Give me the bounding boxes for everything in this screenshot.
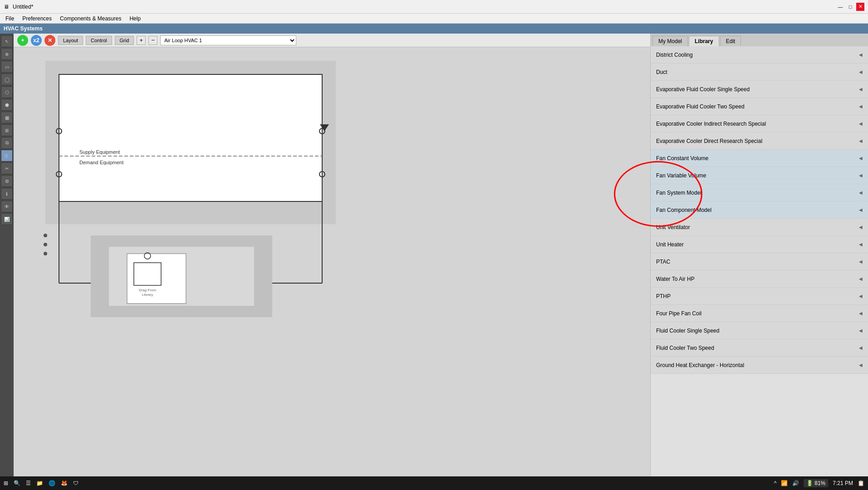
library-item-evap-fluid-single[interactable]: Evaporative Fluid Cooler Single Speed ◀ — [651, 81, 868, 98]
library-item-label: Fan System Model — [656, 190, 701, 196]
notification-btn[interactable]: 📋 — [858, 480, 864, 486]
svg-point-24 — [44, 234, 47, 237]
library-item-unit-heater[interactable]: Unit Heater ◀ — [651, 236, 868, 253]
app-title: Untitled* — [13, 4, 33, 10]
chevron-right-icon: ◀ — [859, 345, 863, 350]
title-bar: 🖥 Untitled* — □ ✕ — [0, 0, 868, 14]
library-item-fluid-cooler-two[interactable]: Fluid Cooler Two Speed ◀ — [651, 339, 868, 357]
library-item-unit-ventilator[interactable]: Unit Ventilator ◀ — [651, 219, 868, 236]
library-item-evap-fluid-two[interactable]: Evaporative Fluid Cooler Two Speed ◀ — [651, 98, 868, 115]
tool-network[interactable]: ⊕ — [1, 48, 13, 60]
menu-bar: File Preferences Components & Measures H… — [0, 14, 868, 24]
control-btn[interactable]: Control — [86, 36, 112, 45]
library-item-duct[interactable]: Duct ◀ — [651, 64, 868, 81]
library-item-label: Fluid Cooler Single Speed — [656, 328, 719, 334]
library-item-evap-direct[interactable]: Evaporative Cooler Direct Research Speci… — [651, 132, 868, 150]
tool-cube[interactable]: ⬡ — [1, 86, 13, 98]
library-item-label: Evaporative Fluid Cooler Two Speed — [656, 103, 745, 110]
tool-layer[interactable]: ⧉ — [1, 137, 13, 149]
system-tray-arrow[interactable]: ^ — [774, 480, 777, 486]
library-item-label: Duct — [656, 69, 667, 75]
tool-rect[interactable]: ▭ — [1, 61, 13, 73]
taskbar-icon-search[interactable]: 🔍 — [14, 480, 20, 486]
tab-library[interactable]: Library — [689, 36, 719, 46]
tool-circle[interactable]: ◯ — [1, 74, 13, 85]
library-item-district-cooling[interactable]: District Cooling ◀ — [651, 46, 868, 64]
tool-hvac[interactable]: ⛒ — [1, 150, 13, 162]
menu-components[interactable]: Components & Measures — [56, 15, 125, 23]
library-item-fan-variable[interactable]: Fan Variable Volume ◀ — [651, 167, 868, 184]
battery-indicator: 🔋 81% — [804, 479, 828, 487]
library-item-fluid-cooler-single[interactable]: Fluid Cooler Single Speed ◀ — [651, 322, 868, 339]
chevron-right-icon: ◀ — [859, 242, 863, 247]
library-item-label: Evaporative Cooler Direct Research Speci… — [656, 138, 762, 144]
chevron-right-icon: ◀ — [859, 294, 863, 299]
chevron-right-icon: ◀ — [859, 363, 863, 368]
library-item-ptac[interactable]: PTAC ◀ — [651, 253, 868, 270]
tool-chart[interactable]: 📊 — [1, 213, 13, 225]
tool-eye[interactable]: 👁 — [1, 201, 13, 212]
menu-file[interactable]: File — [2, 15, 18, 23]
taskbar-icon-firefox[interactable]: 🦊 — [61, 480, 68, 486]
library-item-evap-indirect[interactable]: Evaporative Cooler Indirect Research Spe… — [651, 115, 868, 132]
clock[interactable]: 7:21 PM — [833, 480, 853, 486]
chevron-right-icon: ◀ — [859, 87, 863, 92]
library-item-fan-component[interactable]: Fan Component Model ◀ — [651, 201, 868, 219]
library-item-fan-system[interactable]: Fan System Model ◀ — [651, 184, 868, 201]
tool-shape3[interactable]: ⊞ — [1, 124, 13, 136]
library-item-label: Fluid Cooler Two Speed — [656, 345, 714, 351]
menu-preferences[interactable]: Preferences — [19, 15, 55, 23]
library-item-four-pipe[interactable]: Four Pipe Fan Coil ◀ — [651, 305, 868, 322]
svg-text:Drag From: Drag From — [139, 288, 157, 292]
library-item-label: Fan Variable Volume — [656, 172, 706, 179]
tool-gear[interactable]: ⚙ — [1, 175, 13, 187]
chevron-right-icon: ◀ — [859, 121, 863, 126]
library-list: District Cooling ◀ Duct ◀ Evaporative Fl… — [651, 46, 868, 476]
chevron-right-icon: ◀ — [859, 52, 863, 57]
tab-edit[interactable]: Edit — [720, 36, 741, 46]
taskbar-icon-explorer[interactable]: 📁 — [36, 480, 43, 486]
chevron-right-icon: ◀ — [859, 225, 863, 230]
library-item-label: Water To Air HP — [656, 276, 695, 282]
taskbar-icon-app[interactable]: 🛡 — [73, 480, 78, 486]
chevron-right-icon: ◀ — [859, 259, 863, 264]
grid-btn[interactable]: Grid — [115, 36, 134, 45]
menu-help[interactable]: Help — [126, 15, 144, 23]
tool-pointer[interactable]: ↖ — [1, 35, 13, 47]
taskbar-icon-edge[interactable]: 🌐 — [49, 480, 55, 486]
minimize-btn[interactable]: — — [836, 3, 844, 11]
layout-btn[interactable]: Layout — [58, 36, 83, 45]
taskbar-icon-windows[interactable]: ⊞ — [4, 480, 8, 486]
library-item-water-air-hp[interactable]: Water To Air HP ◀ — [651, 270, 868, 288]
tool-info[interactable]: ℹ — [1, 188, 13, 200]
tab-my-model[interactable]: My Model — [652, 36, 688, 46]
taskbar-icon-taskview[interactable]: ☰ — [26, 480, 31, 486]
library-item-label: District Cooling — [656, 52, 693, 58]
system-tray-network: 📶 — [781, 480, 788, 486]
chevron-right-icon: ◀ — [859, 156, 863, 161]
chevron-right-icon: ◀ — [859, 69, 863, 74]
library-item-label: Evaporative Cooler Indirect Research Spe… — [656, 121, 766, 127]
close-btn[interactable]: ✕ — [856, 3, 864, 11]
library-item-fan-constant[interactable]: Fan Constant Volume ◀ — [651, 150, 868, 167]
chevron-right-icon: ◀ — [859, 311, 863, 316]
right-panel: My Model Library Edit District Cooling ◀… — [650, 34, 868, 476]
svg-rect-1 — [59, 74, 322, 201]
zoom-out-btn[interactable]: − — [148, 36, 157, 45]
maximize-btn[interactable]: □ — [846, 3, 854, 11]
loop-selector[interactable]: Air Loop HVAC 1 — [160, 35, 296, 45]
library-item-pthp[interactable]: PTHP ◀ — [651, 288, 868, 305]
svg-point-25 — [44, 243, 47, 246]
tool-shape2[interactable]: ▦ — [1, 112, 13, 123]
system-tray-volume: 🔊 — [792, 480, 799, 486]
zoom-in-btn[interactable]: + — [137, 36, 146, 45]
x2-button[interactable]: x2 — [31, 35, 42, 46]
chevron-right-icon: ◀ — [859, 207, 863, 212]
remove-button[interactable]: ✕ — [44, 35, 55, 46]
library-item-label: Unit Heater — [656, 241, 684, 248]
hvac-tab-bar: HVAC Systems — [0, 24, 868, 34]
tool-cut[interactable]: ✂ — [1, 162, 13, 174]
library-item-ground-heat[interactable]: Ground Heat Exchanger - Horizontal ◀ — [651, 357, 868, 374]
add-button[interactable]: + — [17, 35, 28, 46]
tool-shape1[interactable]: ⬢ — [1, 99, 13, 111]
